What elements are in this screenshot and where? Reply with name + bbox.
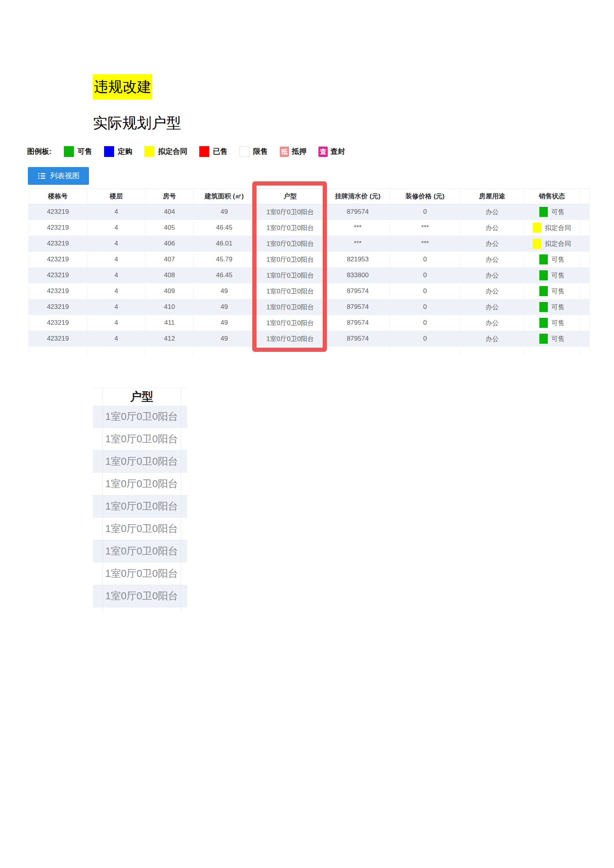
status-color-icon [533, 239, 541, 249]
cell-right-sliver [181, 607, 187, 611]
cell-empty [29, 347, 87, 355]
cell-empty [255, 347, 326, 355]
column-header: 房号 [145, 189, 194, 204]
status-label: 可售 [551, 271, 564, 280]
cell-layout: 1室0厅0卫0阳台 [103, 540, 181, 563]
cell-room: 407 [145, 252, 194, 268]
status-color-icon [539, 286, 548, 296]
list-view-button[interactable]: 列表视图 [28, 167, 89, 185]
cell-status: 可售 [524, 331, 580, 347]
cell-extra [580, 268, 590, 283]
legend-item-label: 已售 [213, 147, 227, 157]
status-color-icon [539, 207, 548, 217]
cell-floor: 4 [87, 299, 145, 315]
cell-empty [145, 347, 194, 355]
table-header-row: 楼栋号楼层房号建筑面积 (㎡)户型挂牌清水价 (元)装修价格 (元)房屋用途销售… [29, 189, 590, 204]
cell-empty [460, 347, 524, 355]
cell-layout: 1室0厅0卫0阳台 [255, 283, 326, 299]
legend-item-label: 拟定合同 [158, 147, 187, 157]
legend-swatch-icon [199, 146, 209, 157]
cell-layout: 1室0厅0卫0阳台 [255, 204, 326, 220]
table-row: 423219440745.791室0厅0卫0阳台8219530办公可售 [29, 252, 590, 268]
cell-room: 411 [145, 315, 194, 331]
cell-left-sliver [93, 428, 103, 450]
legend-item: 定购 [104, 146, 132, 157]
cell-left-sliver [93, 585, 103, 607]
status-badge: 可售 [539, 270, 564, 280]
cell-layout: 1室0厅0卫0阳台 [103, 450, 181, 473]
cell-decoration: 0 [390, 315, 460, 331]
cell-room: 412 [145, 331, 194, 347]
cell-extra [580, 236, 590, 252]
legend-swatch-icon [239, 146, 250, 157]
cell-layout: 1室0厅0卫0阳台 [103, 406, 181, 428]
table-row: 4232194409491室0厅0卫0阳台8795740办公可售 [29, 283, 590, 299]
cell-status: 可售 [524, 204, 580, 220]
column-header: 房屋用途 [460, 189, 524, 204]
cell-building: 423219 [29, 252, 87, 268]
cell-room: 409 [145, 283, 194, 299]
table-row-partial [29, 347, 590, 355]
status-label: 拟定合同 [545, 239, 571, 248]
cell-layout: 1室0厅0卫0阳台 [103, 585, 181, 607]
status-badge: 可售 [539, 334, 564, 344]
cell-right-sliver [181, 585, 187, 607]
legend-item-label: 抵押 [292, 147, 306, 157]
cell-left-sliver [93, 607, 103, 611]
lower-table-row: 1室0厅0卫0阳台 [93, 585, 187, 607]
unit-list-table: 楼栋号楼层房号建筑面积 (㎡)户型挂牌清水价 (元)装修价格 (元)房屋用途销售… [28, 188, 590, 354]
cell-usage: 办公 [460, 220, 524, 236]
cell-right-sliver [181, 563, 187, 585]
status-badge: 可售 [539, 207, 564, 217]
column-header: 销售状态 [524, 189, 580, 204]
cell-right-sliver [181, 540, 187, 563]
cell-price: 821953 [326, 252, 390, 268]
lower-table-row: 1室0厅0卫0阳台 [93, 428, 187, 450]
legend-title: 图例板: [27, 147, 51, 157]
legend-item-label: 查封 [330, 147, 345, 157]
cell-floor: 4 [87, 236, 145, 252]
status-color-icon [539, 302, 548, 312]
status-color-icon [539, 318, 548, 328]
cell-usage: 办公 [460, 252, 524, 268]
cell-layout: 1室0厅0卫0阳台 [103, 428, 181, 450]
page-subtitle: 实际规划户型 [93, 113, 181, 133]
legend-item: 查查封 [318, 147, 345, 157]
lower-header-right-sliver [181, 388, 187, 406]
legend-swatch-icon: 抵 [280, 147, 289, 157]
cell-usage: 办公 [460, 236, 524, 252]
legend-item-label: 限售 [253, 147, 268, 157]
cell-status: 可售 [524, 299, 580, 315]
list-view-icon [38, 172, 46, 180]
cell-area: 46.01 [194, 236, 255, 252]
cell-extra [580, 331, 590, 347]
table-row: 4232194412491室0厅0卫0阳台8795740办公可售 [29, 331, 590, 347]
status-color-icon [539, 254, 548, 264]
cell-floor: 4 [87, 315, 145, 331]
cell-room: 404 [145, 204, 194, 220]
cell-layout: 1室0厅0卫0阳台 [255, 315, 326, 331]
cell-decoration: 0 [390, 204, 460, 220]
status-label: 可售 [551, 319, 564, 327]
status-label: 可售 [551, 303, 564, 312]
column-header: 楼层 [87, 189, 145, 204]
cell-decoration: *** [390, 236, 460, 252]
cell-price: 833800 [326, 268, 390, 283]
status-color-icon [539, 270, 548, 280]
legend-item: 拟定合同 [144, 146, 187, 157]
column-header: 挂牌清水价 (元) [326, 189, 390, 204]
list-view-button-label: 列表视图 [50, 171, 80, 181]
table-row: 423219440546.451室0厅0卫0阳台******办公拟定合同 [29, 220, 590, 236]
status-label: 可售 [551, 287, 564, 296]
status-badge: 可售 [539, 286, 564, 296]
status-badge: 拟定合同 [533, 239, 571, 249]
cell-usage: 办公 [460, 204, 524, 220]
cell-price: *** [326, 236, 390, 252]
status-color-icon [533, 223, 541, 233]
cell-left-sliver [93, 450, 103, 473]
cell-usage: 办公 [460, 283, 524, 299]
cell-layout: 1室0厅0卫0阳台 [103, 563, 181, 585]
cell-left-sliver [93, 495, 103, 518]
column-header: 楼栋号 [29, 189, 87, 204]
cell-empty [580, 347, 590, 355]
